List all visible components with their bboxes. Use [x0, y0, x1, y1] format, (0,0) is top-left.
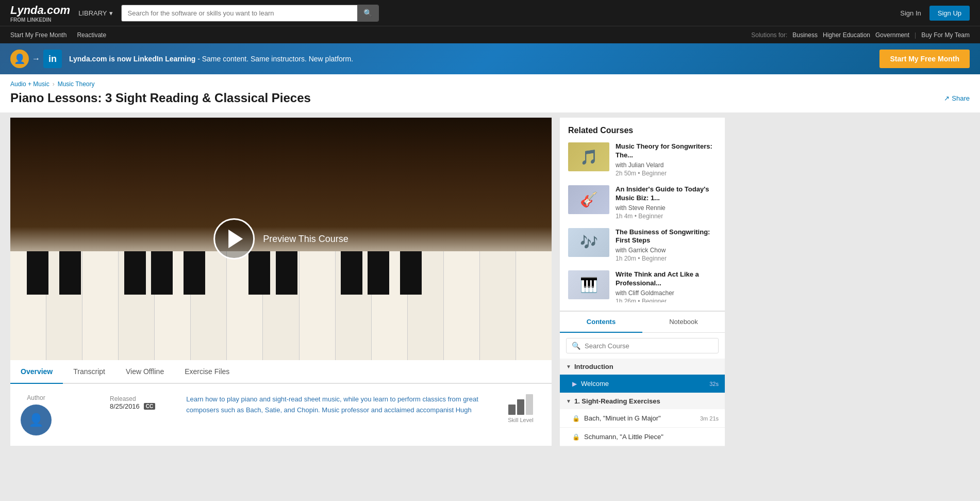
lock-icon-bach: 🔒 [572, 415, 580, 422]
play-overlay: Preview This Course [213, 218, 348, 260]
lesson-welcome[interactable]: ▶ Welcome 32s [560, 375, 725, 393]
related-course-2[interactable]: 🎸 An Insider's Guide to Today's Music Bi… [568, 185, 717, 220]
tab-view-offline[interactable]: View Offline [115, 360, 174, 384]
skill-bar-2 [517, 399, 524, 415]
course-name-3: The Business of Songwriting: First Steps [616, 228, 717, 246]
course-thumb-image-2: 🎸 [568, 185, 609, 214]
page-title-section: Piano Lessons: 3 Sight Reading & Classic… [0, 91, 980, 112]
logo: Lynda.com FROM LINKEDIN [10, 4, 70, 23]
banner-icons: 👤 → in [10, 50, 62, 68]
course-meta-4: 1h 26m • Beginner [616, 298, 717, 302]
breadcrumb-audio-music[interactable]: Audio + Music [10, 80, 49, 88]
banner-text: Lynda.com is now LinkedIn Learning - Sam… [69, 55, 353, 63]
released-label: Released [110, 395, 155, 402]
course-thumb-2: 🎸 [568, 185, 609, 214]
lesson-name-welcome: Welcome [581, 380, 705, 387]
author-avatar: 👤 [21, 405, 52, 435]
business-link[interactable]: Business [792, 31, 818, 39]
section-title-sight-reading: 1. Sight-Reading Exercises [574, 397, 660, 405]
course-author-3: with Garrick Chow [616, 247, 717, 254]
government-link[interactable]: Government [875, 31, 909, 39]
section-header-introduction[interactable]: ▼ Introduction [560, 359, 725, 375]
search-button[interactable]: 🔍 [357, 5, 378, 21]
buy-for-my-team-link[interactable]: Buy For My Team [921, 31, 970, 39]
related-course-1[interactable]: 🎵 Music Theory for Songwriters: The... w… [568, 142, 717, 177]
tab-contents[interactable]: Contents [560, 312, 642, 333]
skill-bar-3 [526, 394, 533, 415]
library-chevron-icon: ▾ [109, 9, 113, 17]
lesson-schumann[interactable]: 🔒 Schumann, "A Little Piece" [560, 428, 725, 446]
course-author-4: with Cliff Goldmacher [616, 289, 717, 297]
overview-content: Author 👤 Released 8/25/2016 CC Learn how… [10, 384, 552, 446]
right-sidebar: Related Courses 🎵 Music Theory for Songw… [560, 118, 725, 446]
related-course-3[interactable]: 🎶 The Business of Songwriting: First Ste… [568, 228, 717, 263]
reactivate-link[interactable]: Reactivate [77, 31, 106, 39]
course-thumb-3: 🎶 [568, 228, 609, 257]
solutions-label: Solutions for: [751, 31, 787, 39]
section-header-sight-reading[interactable]: ▼ 1. Sight-Reading Exercises [560, 393, 725, 409]
banner-cta-button[interactable]: Start My Free Month [879, 50, 970, 68]
lynda-icon: 👤 [10, 50, 29, 68]
banner-sub-text: - Same content. Same instructors. New pl… [197, 55, 353, 63]
linkedin-icon: in [43, 50, 62, 68]
description-col: Learn how to play piano and sight-read s… [176, 394, 479, 416]
section-title-introduction: Introduction [574, 363, 613, 370]
banner-main-text: Lynda.com is now LinkedIn Learning [69, 55, 195, 63]
start-free-month-link[interactable]: Start My Free Month [10, 31, 67, 39]
skill-level-column: Skill Level [500, 394, 541, 423]
course-name-1: Music Theory for Songwriters: The... [616, 142, 717, 160]
tab-exercise-files[interactable]: Exercise Files [174, 360, 240, 384]
skill-bars [500, 394, 541, 415]
sign-up-button[interactable]: Sign Up [929, 6, 970, 21]
tab-overview[interactable]: Overview [10, 360, 63, 384]
released-value: 8/25/2016 CC [110, 402, 155, 410]
secondary-navigation: Start My Free Month Reactivate Solutions… [0, 26, 980, 43]
top-navigation: Lynda.com FROM LINKEDIN LIBRARY ▾ 🔍 Sign… [0, 0, 980, 26]
skill-bar-1 [508, 405, 516, 415]
lesson-bach[interactable]: 🔒 Bach, "Minuet in G Major" 3m 21s [560, 409, 725, 428]
tab-transcript[interactable]: Transcript [63, 360, 115, 384]
play-triangle-icon [228, 230, 243, 248]
linkedin-banner: 👤 → in Lynda.com is now LinkedIn Learnin… [0, 43, 980, 74]
preview-label: Preview This Course [263, 234, 348, 245]
search-course-input[interactable] [585, 342, 713, 350]
contents-list: ▼ Introduction ▶ Welcome 32s ▼ 1. Sight-… [560, 359, 725, 446]
author-released-row: Author 👤 Released 8/25/2016 CC Learn how… [21, 394, 541, 435]
related-courses-title: Related Courses [568, 126, 717, 135]
video-section: Preview This Course Overview Transcript … [10, 118, 552, 446]
play-button-circle[interactable] [213, 218, 255, 260]
course-thumb-image-4: 🎹 [568, 270, 609, 299]
library-button[interactable]: LIBRARY ▾ [78, 9, 112, 17]
breadcrumb: Audio + Music › Music Theory [0, 74, 980, 91]
higher-education-link[interactable]: Higher Education [823, 31, 870, 39]
course-info-3: The Business of Songwriting: First Steps… [616, 228, 717, 263]
contents-panel: Contents Notebook 🔍 ▼ Introduction ▶ Wel… [560, 311, 725, 446]
skill-level-label: Skill Level [500, 417, 541, 423]
course-info-2: An Insider's Guide to Today's Music Biz:… [616, 185, 717, 220]
share-label: Share [952, 94, 970, 102]
video-container[interactable]: Preview This Course [10, 118, 552, 360]
course-meta-1: 2h 50m • Beginner [616, 170, 717, 177]
contents-tabs: Contents Notebook [560, 312, 725, 333]
share-button[interactable]: ↗ Share [944, 94, 970, 102]
page-title: Piano Lessons: 3 Sight Reading & Classic… [10, 91, 311, 105]
breadcrumb-music-theory[interactable]: Music Theory [58, 80, 95, 88]
search-input[interactable] [122, 5, 357, 21]
course-thumb-4: 🎹 [568, 270, 609, 299]
logo-text: Lynda.com [10, 4, 70, 17]
course-name-4: Write Think and Act Like a Professional.… [616, 270, 717, 288]
related-course-4[interactable]: 🎹 Write Think and Act Like a Professiona… [568, 270, 717, 302]
search-course-icon: 🔍 [572, 342, 580, 350]
course-thumb-1: 🎵 [568, 142, 609, 171]
search-bar: 🔍 [121, 5, 379, 22]
lock-icon-schumann: 🔒 [572, 433, 580, 441]
description-text: Learn how to play piano and sight-read s… [186, 394, 479, 416]
breadcrumb-sep1: › [53, 80, 55, 88]
sign-in-button[interactable]: Sign In [900, 9, 921, 17]
released-date: 8/25/2016 [110, 402, 140, 410]
course-meta-3: 1h 20m • Beginner [616, 255, 717, 262]
tab-notebook[interactable]: Notebook [642, 312, 725, 333]
breadcrumb-section: Audio + Music › Music Theory Piano Lesso… [0, 74, 980, 112]
section-arrow-icon-2: ▼ [566, 398, 571, 404]
logo-subtext: FROM LINKEDIN [10, 17, 70, 23]
